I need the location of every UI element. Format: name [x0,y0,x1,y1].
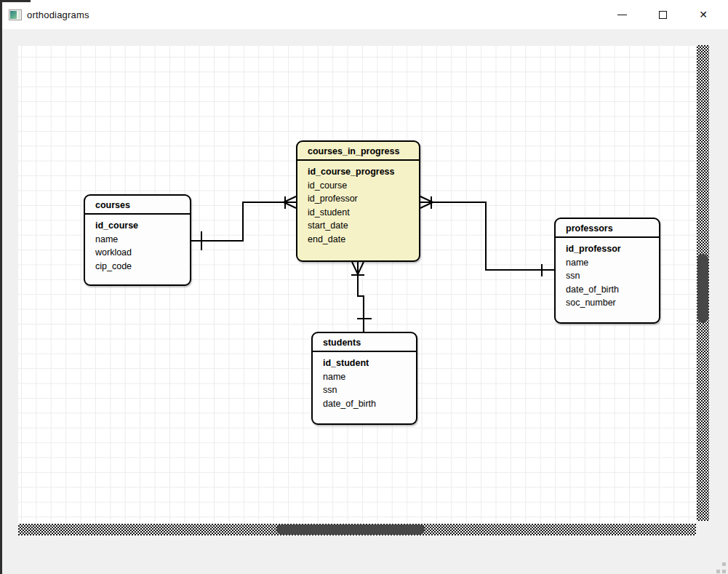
entity-field: id_student [308,206,409,220]
horizontal-scrollbar-track[interactable] [18,524,696,535]
entity-field: workload [95,246,180,260]
entity-professors[interactable]: professors id_professor name ssn date_of… [554,218,660,324]
entity-field: date_of_birth [323,397,406,411]
entity-title: courses [85,196,190,215]
close-button[interactable]: ✕ [683,0,724,29]
entity-field: id_course [308,179,409,193]
relationship-courses-to-courses-in-progress[interactable] [191,196,296,250]
resize-grip-icon[interactable] [713,562,726,573]
grip-dot [722,562,726,566]
entity-field: id_professor [308,192,409,206]
entity-fields: id_student name ssn date_of_birth [313,352,416,416]
entity-fields: id_course_progress id_course id_professo… [297,161,419,252]
entity-field: soc_number [566,296,649,310]
minimize-icon [617,15,627,15]
entity-fields: id_course name workload cip_code [85,215,190,279]
crow-foot-many [352,262,364,274]
window-top-border [0,0,31,2]
entity-title: professors [556,219,659,238]
entity-field: name [95,233,180,247]
relationship-line[interactable] [420,202,554,270]
window-left-border [0,0,2,574]
minimize-button[interactable] [601,0,642,29]
entity-field: cip_code [95,260,180,274]
relationship-students-to-courses-in-progress[interactable] [351,262,372,332]
entity-field: ssn [323,383,406,397]
entity-field: end_date [308,233,409,247]
relationship-line[interactable] [358,262,364,332]
entity-courses-in-progress[interactable]: courses_in_progress id_course_progress i… [296,140,420,262]
entity-title: courses_in_progress [297,142,419,161]
window-controls: ✕ [601,0,724,29]
grip-dot [716,570,720,573]
entity-field: date_of_birth [566,283,649,297]
titlebar[interactable]: orthodiagrams ✕ [0,0,728,29]
entity-title: students [313,333,416,352]
entity-field: start_date [308,219,409,233]
entity-field-pk: id_professor [566,242,649,256]
entity-field: ssn [566,269,649,283]
horizontal-scrollbar-thumb[interactable] [276,525,425,535]
grip-dot [722,570,726,573]
app-icon-teal-pane [10,11,17,19]
entity-field-pk: id_student [323,356,406,370]
vertical-scrollbar-thumb[interactable] [697,254,708,323]
maximize-button[interactable] [642,0,683,29]
close-icon: ✕ [699,9,708,20]
entity-students[interactable]: students id_student name ssn date_of_bir… [311,332,417,425]
entity-fields: id_professor name ssn date_of_birth soc_… [556,238,659,316]
vertical-scrollbar-track[interactable] [697,45,709,521]
app-icon [9,9,22,20]
entity-field-pk: id_course_progress [308,165,409,179]
relationship-professors-to-courses-in-progress[interactable] [420,196,554,276]
window-title: orthodiagrams [27,9,89,20]
entity-courses[interactable]: courses id_course name workload cip_code [84,194,191,286]
app-icon-light-pane [18,11,20,19]
crow-foot-many [420,196,433,208]
entity-field-pk: id_course [95,219,180,233]
relationship-line[interactable] [191,202,296,241]
diagram-canvas[interactable]: courses id_course name workload cip_code… [18,46,696,523]
entity-field: name [323,370,406,384]
maximize-icon [659,11,667,19]
entity-field: name [566,256,649,270]
crow-foot-many [284,196,296,208]
